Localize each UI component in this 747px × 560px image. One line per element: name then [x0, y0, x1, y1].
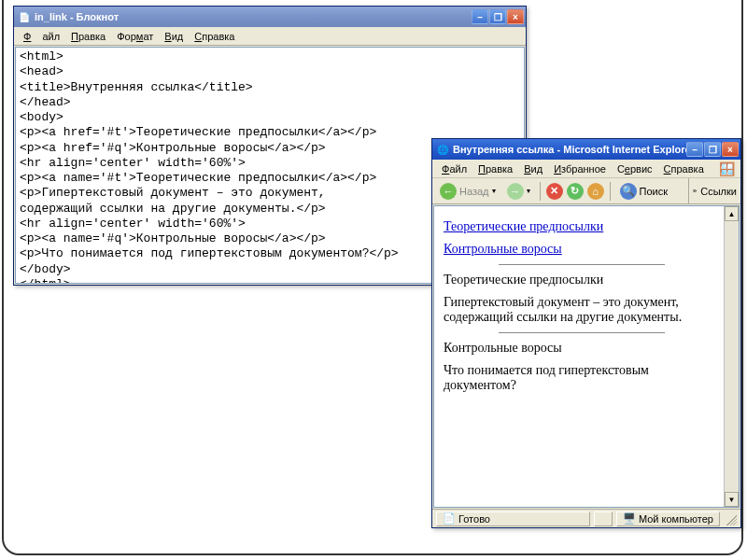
close-button[interactable]: × [722, 142, 739, 157]
anchor-theory-heading: Теоретические предпосылки [444, 273, 720, 287]
link-questions[interactable]: Контрольные воросы [444, 242, 562, 256]
ie-statusbar: 📄 Готово 🖥️ Мой компьютер [432, 509, 740, 527]
link-theory[interactable]: Теоретические предпосылки [444, 219, 603, 233]
back-icon: ← [440, 183, 457, 200]
divider [499, 332, 665, 333]
status-ready: 📄 Готово [436, 511, 590, 526]
code-line: <body> [20, 110, 520, 125]
maximize-button[interactable]: ❐ [704, 142, 721, 157]
refresh-button[interactable]: ↻ [567, 183, 584, 200]
ie-title: Внутренняя ссылка - Microsoft Internet E… [453, 144, 686, 155]
menu-file[interactable]: Файл [436, 161, 472, 176]
ie-brand-icon: 🪟 [716, 161, 737, 176]
search-button[interactable]: 🔍 Поиск [616, 181, 671, 202]
notepad-window-controls: – ❐ × [472, 9, 524, 24]
scroll-up-icon[interactable]: ▲ [725, 206, 739, 221]
ie-toolbar: ← Назад ▾ → ▾ ✕ ↻ ⌂ 🔍 Поиск » Ссылки [432, 178, 740, 204]
chevron-down-icon: ▾ [492, 187, 496, 195]
menu-help[interactable]: Справка [189, 29, 240, 44]
ie-menubar: Файл Правка Вид Избранное Сервис Справка… [432, 160, 740, 178]
ie-icon: 🌐 [436, 143, 449, 156]
ie-viewport: Теоретические предпосылки Контрольные во… [433, 205, 740, 508]
menu-view[interactable]: Вид [159, 29, 189, 44]
theory-paragraph: Гипертекстовый документ – это документ, … [444, 295, 720, 325]
code-line: <title>Внутренняя ссылка</title> [20, 80, 520, 95]
menu-help[interactable]: Справка [658, 161, 710, 176]
ie-window: 🌐 Внутренняя ссылка - Microsoft Internet… [431, 138, 741, 528]
menu-file[interactable]: Файл [18, 29, 65, 44]
ie-titlebar[interactable]: 🌐 Внутренняя ссылка - Microsoft Internet… [432, 139, 740, 160]
back-button[interactable]: ← Назад ▾ [436, 181, 500, 202]
links-label[interactable]: Ссылки [700, 186, 737, 197]
close-button[interactable]: × [507, 9, 524, 24]
menu-favorites[interactable]: Избранное [548, 161, 612, 176]
chevron-down-icon: ▾ [527, 187, 530, 195]
code-line: <head> [20, 64, 520, 79]
menu-view[interactable]: Вид [518, 161, 548, 176]
maximize-button[interactable]: ❐ [489, 9, 506, 24]
questions-paragraph: Что понимается под гипертекстовым докуме… [444, 363, 720, 393]
notepad-title: in_link - Блокнот [35, 11, 472, 22]
code-line: <html> [20, 49, 520, 64]
forward-button[interactable]: → ▾ [503, 181, 534, 202]
menu-format[interactable]: Формат [111, 29, 159, 44]
computer-icon: 🖥️ [623, 512, 636, 525]
status-empty [594, 511, 613, 526]
home-button[interactable]: ⌂ [587, 183, 604, 200]
menu-tools[interactable]: Сервис [612, 161, 658, 176]
status-zone: 🖥️ Мой компьютер [616, 511, 720, 526]
minimize-button[interactable]: – [472, 9, 488, 24]
anchor-questions-heading: Контрольные воросы [444, 341, 720, 356]
page-done-icon: 📄 [443, 512, 456, 525]
scrollbar-vertical[interactable]: ▲ ▼ [724, 206, 739, 507]
notepad-titlebar[interactable]: 📄 in_link - Блокнот – ❐ × [14, 7, 526, 27]
scroll-down-icon[interactable]: ▼ [725, 492, 739, 507]
separator [610, 182, 611, 201]
stop-button[interactable]: ✕ [546, 183, 563, 200]
menu-edit[interactable]: Правка [472, 161, 518, 176]
forward-icon: → [507, 183, 524, 200]
menu-edit[interactable]: Правка [65, 29, 111, 44]
notepad-icon: 📄 [18, 10, 31, 23]
notepad-menubar: Файл Правка Формат Вид Справка [14, 27, 526, 46]
ie-window-controls: – ❐ × [686, 142, 739, 157]
minimize-button[interactable]: – [686, 142, 703, 157]
separator [540, 182, 541, 201]
search-icon: 🔍 [620, 183, 637, 200]
overflow-icon[interactable]: » [693, 187, 697, 195]
divider [499, 264, 665, 265]
code-line: </head> [20, 95, 520, 110]
resize-grip[interactable] [724, 512, 737, 525]
